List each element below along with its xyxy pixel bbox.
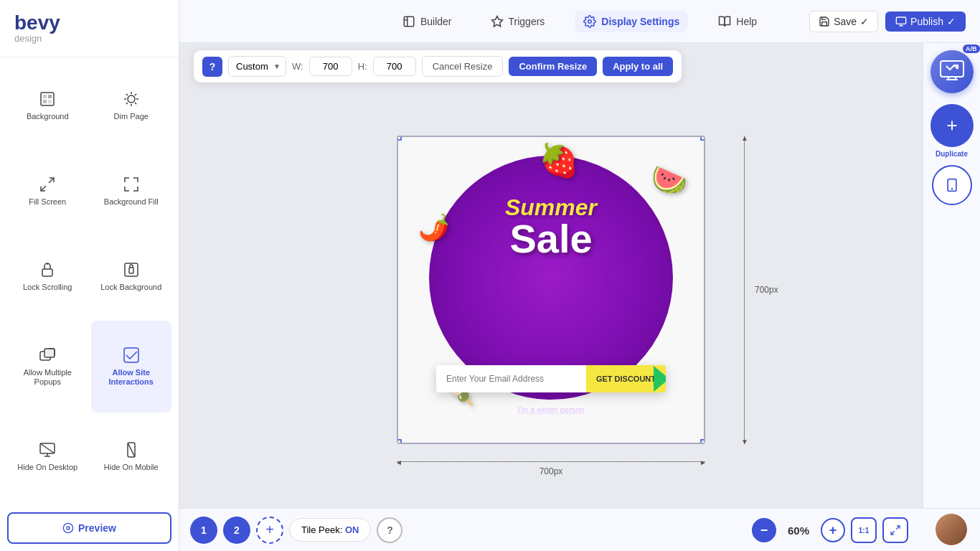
arrow-top-icon: ▲ [741, 134, 748, 142]
svg-rect-21 [44, 349, 55, 357]
height-label: H: [358, 61, 367, 72]
save-label: Save [834, 16, 857, 27]
svg-line-14 [49, 178, 54, 183]
preset-select[interactable]: Custom ▼ [228, 56, 286, 77]
winter-link[interactable]: I'm a winter person [518, 405, 585, 414]
sidebar-item-fill-screen[interactable]: Fill Screen [7, 150, 88, 232]
corner-handle-tr[interactable] [700, 136, 705, 141]
zoom-plus-icon: + [829, 523, 837, 538]
nav-help-label: Help [736, 16, 757, 27]
sidebar-item-hide-on-mobile[interactable]: Hide On Mobile [91, 415, 172, 498]
sidebar-item-hide-on-desktop[interactable]: Hide On Desktop [7, 415, 88, 498]
mobile-icon [945, 178, 959, 192]
arrow-left-icon: ◄ [395, 458, 402, 466]
sidebar-item-background[interactable]: Background [7, 65, 88, 147]
sidebar-item-lock-background[interactable]: Lock Background [91, 235, 172, 318]
top-nav: Builder Triggers Display Settings Help S… [179, 0, 980, 43]
svg-rect-36 [896, 17, 905, 24]
height-input[interactable] [373, 57, 416, 76]
corner-handle-tl[interactable] [397, 136, 402, 141]
corner-handle-br[interactable] [700, 439, 705, 444]
resize-help-label: ? [209, 61, 216, 72]
zoom-out-button[interactable]: − [752, 518, 776, 542]
cancel-resize-label: Cancel Resize [433, 61, 493, 72]
apply-all-button[interactable]: Apply to all [603, 57, 673, 76]
preview-button[interactable]: Preview [7, 512, 171, 544]
nav-right-actions: Save ✓ Publish ✓ [809, 11, 966, 32]
width-label: 700px [540, 466, 563, 476]
svg-point-30 [67, 527, 70, 529]
cancel-resize-button[interactable]: Cancel Resize [422, 56, 504, 77]
sidebar-item-allow-multiple-popups[interactable]: Allow Multiple Popups [7, 321, 88, 413]
mobile-preview-button[interactable] [932, 165, 972, 205]
help-button[interactable]: ? [377, 517, 402, 543]
summer-sale-background: 🍓 🍉 🌶️ 🍡 [429, 156, 673, 400]
avatar-image [936, 514, 967, 545]
corner-handle-bl[interactable] [397, 439, 402, 444]
email-input[interactable] [436, 365, 586, 392]
zoom-in-button[interactable]: + [821, 518, 845, 542]
user-avatar[interactable] [936, 514, 967, 545]
sidebar-item-background-fill[interactable]: Background Fill [91, 150, 172, 232]
summer-sale-text: Summer Sale [398, 194, 704, 257]
sidebar-item-dim-page[interactable]: Dim Page [91, 65, 172, 147]
nav-builder[interactable]: Builder [394, 11, 461, 32]
logo-brand: bevy [14, 13, 164, 33]
nav-display-settings[interactable]: Display Settings [575, 11, 688, 32]
logo-tagline: design [14, 33, 164, 44]
right-panel: A/B Duplicate [923, 43, 980, 551]
expand-button[interactable] [882, 517, 908, 543]
popup-inner: 🍓 🍉 🌶️ 🍡 Summer Sale GET DISCOUNT [398, 137, 704, 443]
confirm-resize-button[interactable]: Confirm Resize [509, 57, 597, 76]
preset-dropdown[interactable]: Custom [228, 56, 286, 77]
svg-point-29 [63, 523, 72, 532]
sidebar-item-hide-on-desktop-label: Hide On Desktop [17, 463, 77, 472]
add-page-button[interactable]: + [256, 517, 283, 544]
ab-test-button[interactable]: A/B [930, 50, 974, 93]
duplicate-container: Duplicate [930, 104, 974, 158]
duplicate-button[interactable] [930, 104, 974, 147]
svg-rect-0 [41, 93, 54, 105]
width-line [397, 461, 705, 462]
publish-label: Publish [910, 16, 943, 27]
sidebar-item-background-label: Background [27, 112, 69, 121]
winter-link-label: I'm a winter person [518, 405, 585, 414]
nav-help[interactable]: Help [710, 11, 765, 32]
arrow-right-icon: ► [699, 458, 707, 466]
duplicate-icon [944, 118, 960, 133]
preview-button-label: Preview [78, 522, 116, 534]
popup-frame[interactable]: 🍓 🍉 🌶️ 🍡 Summer Sale GET DISCOUNT [397, 136, 705, 444]
svg-line-15 [41, 186, 46, 191]
width-input[interactable] [309, 57, 352, 76]
canvas-container: 🍓 🍉 🌶️ 🍡 Summer Sale GET DISCOUNT [397, 136, 705, 444]
resize-help-button[interactable]: ? [202, 57, 222, 77]
svg-line-11 [135, 103, 136, 104]
sidebar-item-allow-site-interactions[interactable]: Allow Site Interactions [91, 321, 172, 413]
sidebar-item-fill-screen-label: Fill Screen [29, 197, 66, 207]
page-2-button[interactable]: 2 [223, 517, 250, 544]
zoom-controls: − 60% + 1:1 [752, 517, 908, 543]
sidebar-item-lock-scrolling[interactable]: Lock Scrolling [7, 235, 88, 318]
svg-rect-2 [48, 95, 52, 98]
add-page-icon: + [265, 522, 274, 538]
save-button[interactable]: Save ✓ [809, 11, 878, 32]
green-arrow-icon [654, 366, 666, 392]
sidebar-item-background-fill-label: Background Fill [104, 197, 159, 207]
sidebar: bevy design Background [0, 0, 179, 551]
nav-triggers[interactable]: Triggers [482, 11, 554, 32]
watermelon-icon: 🍉 [651, 163, 687, 197]
page-1-label: 1 [201, 524, 207, 536]
svg-line-44 [891, 531, 895, 534]
page-1-button[interactable]: 1 [190, 517, 217, 544]
ab-badge-inner: A/B [940, 60, 964, 83]
tile-peek-button[interactable]: Tile Peek: ON [289, 518, 371, 542]
publish-button[interactable]: Publish ✓ [885, 11, 966, 32]
height-dimension: 700px ▲ ▼ [744, 136, 745, 444]
sidebar-item-lock-scrolling-label: Lock Scrolling [23, 283, 72, 292]
ratio-label: 1:1 [859, 527, 869, 534]
monitor-icon [940, 60, 964, 80]
aspect-ratio-button[interactable]: 1:1 [851, 517, 877, 543]
width-dimension: 700px ◄ ► [397, 461, 705, 476]
nav-builder-label: Builder [420, 16, 452, 27]
svg-rect-16 [42, 269, 52, 276]
